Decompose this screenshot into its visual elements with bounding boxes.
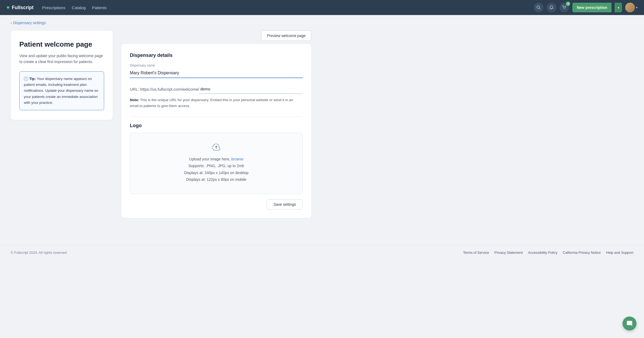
footer-privacy[interactable]: Privacy Statement [495, 251, 523, 255]
cart-button[interactable]: 3 [559, 3, 569, 12]
brand-logo[interactable]: ♥ Fullscript [6, 5, 34, 11]
nav-catalog[interactable]: Catalog [72, 5, 86, 10]
page-content: Patient welcome page View and update you… [0, 28, 322, 229]
dispensary-name-input[interactable] [130, 68, 303, 78]
avatar[interactable] [625, 3, 635, 12]
upload-text-main: Upload your image here, [189, 157, 230, 161]
url-row: URL: https://us.fullscript.com/welcome/ [130, 84, 303, 94]
dispensary-name-label: Dispensary name [130, 64, 303, 67]
nav-links: Prescriptions Catalog Patients [42, 5, 525, 10]
nav-patients[interactable]: Patients [92, 5, 107, 10]
footer-accessibility[interactable]: Accessibility Policy [528, 251, 557, 255]
avatar-image [625, 3, 635, 12]
footer-copyright: © Fullscript 2023. All rights reserved. [11, 251, 68, 255]
footer-links: Terms of Service Privacy Statement Acces… [463, 251, 633, 255]
chat-icon [626, 320, 633, 327]
logo-section-title: Logo [130, 123, 303, 128]
preview-button-row: Preview welcome page [121, 31, 311, 41]
avatar-chevron-icon[interactable]: ▾ [636, 6, 638, 9]
footer: © Fullscript 2023. All rights reserved. … [0, 245, 644, 260]
url-slug-input[interactable] [199, 84, 303, 94]
logo-upload-area[interactable]: Upload your image here, browse Supports:… [130, 133, 303, 194]
search-icon [536, 5, 541, 10]
svg-point-3 [565, 9, 565, 9]
new-prescription-button[interactable]: New prescription [572, 3, 612, 12]
section-divider [130, 116, 303, 116]
new-prescription-dropdown[interactable]: ▾ [615, 3, 622, 12]
chat-bubble-button[interactable] [623, 317, 636, 330]
nav-prescriptions[interactable]: Prescriptions [42, 5, 65, 10]
dispensary-details-heading: Dispensary details [130, 53, 303, 58]
supports-text: Supports: .PNG, .JPG, up to 2mb [189, 164, 244, 168]
page-title: Patient welcome page [19, 40, 104, 49]
cart-badge: 3 [566, 2, 570, 6]
breadcrumb-bar: ‹ Dispensary settings [0, 15, 644, 28]
note-body: This is the unique URL for your dispensa… [130, 98, 293, 108]
page-description: View and update your public-facing welco… [19, 53, 104, 65]
chevron-down-icon: ▾ [618, 6, 619, 10]
mobile-display-text: Displays at: 122px x 80px on mobile [186, 177, 246, 182]
tip-content: iTip: Your dispensary name appears on pa… [24, 76, 100, 106]
note-bold: Note: [130, 98, 139, 102]
footer-help[interactable]: Help and Support [606, 251, 633, 255]
brand-name: Fullscript [12, 5, 34, 10]
tip-body: Your dispensary name appears on patient … [24, 77, 98, 105]
notifications-button[interactable] [547, 3, 556, 12]
breadcrumb-back-link[interactable]: ‹ Dispensary settings [11, 21, 46, 25]
footer-terms[interactable]: Terms of Service [463, 251, 489, 255]
dispensary-name-field: Dispensary name [130, 64, 303, 78]
preview-welcome-page-button[interactable]: Preview welcome page [261, 31, 311, 41]
save-settings-button[interactable]: Save settings [267, 199, 303, 210]
brand-heart-icon: ♥ [6, 5, 10, 11]
upload-instructions: Upload your image here, browse Supports:… [136, 156, 297, 183]
footer-ca-privacy[interactable]: California Privacy Notice [563, 251, 601, 255]
navbar: ♥ Fullscript Prescriptions Catalog Patie… [0, 0, 644, 15]
svg-point-2 [564, 9, 564, 9]
svg-line-1 [539, 8, 540, 9]
upload-cloud-icon [136, 144, 297, 153]
url-note: Note: This is the unique URL for your di… [130, 96, 303, 109]
url-prefix-label: URL: https://us.fullscript.com/welcome/ [130, 87, 199, 91]
bell-icon [549, 5, 554, 10]
desktop-display-text: Displays at: 240px x 140px on desktop [184, 171, 248, 175]
right-section: Preview welcome page Dispensary details … [121, 31, 311, 218]
save-row: Save settings [130, 199, 303, 210]
browse-link[interactable]: browse [231, 157, 243, 161]
search-button[interactable] [534, 3, 543, 12]
back-arrow-icon: ‹ [11, 21, 12, 25]
tip-box: iTip: Your dispensary name appears on pa… [19, 71, 104, 110]
cart-icon [562, 5, 566, 10]
user-avatar-area: ▾ [625, 3, 638, 12]
tip-bold: Tip: [29, 77, 36, 81]
main-card: Dispensary details Dispensary name URL: … [121, 44, 311, 218]
breadcrumb-label: Dispensary settings [13, 21, 46, 25]
info-icon: i [24, 77, 28, 81]
left-panel: Patient welcome page View and update you… [11, 31, 113, 120]
nav-right: 3 New prescription ▾ ▾ [534, 3, 638, 12]
